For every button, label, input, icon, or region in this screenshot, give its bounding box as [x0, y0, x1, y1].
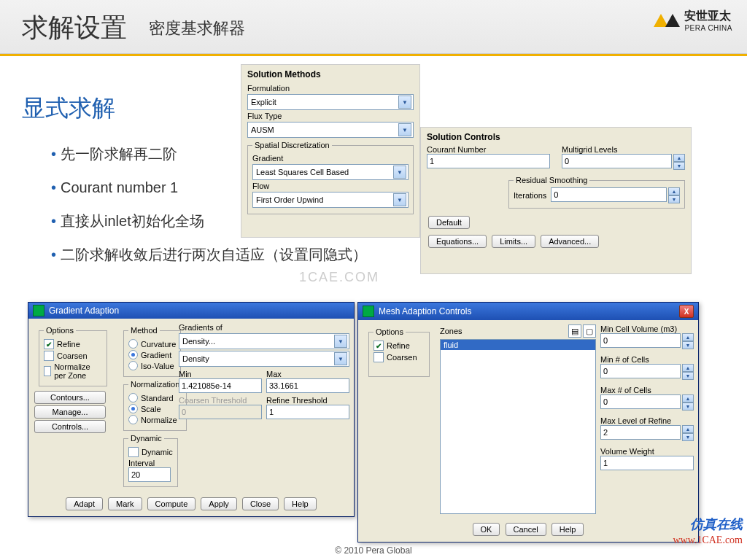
- volume-weight-input[interactable]: 1: [600, 456, 694, 470]
- page-subtitle: 密度基求解器: [149, 18, 245, 39]
- refine-threshold-input[interactable]: 1: [266, 405, 349, 419]
- manage-button[interactable]: Manage...: [34, 405, 106, 419]
- iso-value-radio[interactable]: Iso-Value: [128, 361, 176, 370]
- normalize-per-zone-checkbox[interactable]: Normalize per Zone: [44, 362, 102, 380]
- interval-input[interactable]: 20: [128, 467, 171, 482]
- coarsen-checkbox[interactable]: Coarsen: [374, 352, 425, 362]
- refine-checkbox[interactable]: ✔Refine: [44, 339, 102, 349]
- chevron-down-icon: ▼: [393, 166, 406, 179]
- panel-title: Solution Controls: [421, 128, 691, 145]
- max-label: Max: [266, 370, 282, 378]
- arrow-down-icon[interactable]: ▼: [682, 341, 694, 349]
- arrow-up-icon[interactable]: ▲: [682, 394, 694, 402]
- formulation-select[interactable]: Explicit▼: [247, 94, 414, 110]
- dynamic-group: Dynamic Dynamic Interval 20: [123, 434, 178, 487]
- courant-label: Courant Number: [427, 145, 486, 154]
- min-cells-stepper[interactable]: 0▲▼: [600, 364, 694, 380]
- watermark-right: 仿真在线 www.1CAE.com: [673, 516, 743, 547]
- arrow-up-icon[interactable]: ▲: [668, 187, 680, 195]
- default-button[interactable]: Default: [428, 216, 470, 229]
- cancel-button[interactable]: Cancel: [506, 523, 546, 536]
- residual-smoothing-legend: Residual Smoothing: [514, 176, 589, 184]
- app-icon: [33, 305, 44, 316]
- flux-type-select[interactable]: AUSM▼: [247, 122, 414, 138]
- max-level-refine-stepper[interactable]: 2▲▼: [600, 425, 694, 441]
- mark-button[interactable]: Mark: [108, 497, 142, 510]
- select-all-icon[interactable]: ▤: [568, 324, 581, 338]
- refine-checkbox[interactable]: ✔Refine: [374, 341, 425, 351]
- min-cell-volume-stepper[interactable]: 0▲▼: [600, 333, 694, 349]
- dialog-titlebar[interactable]: Gradient Adaption: [28, 303, 354, 319]
- gradients-of-select-2[interactable]: Density▼: [179, 351, 349, 367]
- copyright-footer: © 2010 Pera Global: [0, 545, 747, 556]
- iterations-stepper[interactable]: 0▲▼: [551, 187, 680, 203]
- options-group: Options ✔Refine Coarsen: [368, 327, 430, 377]
- chevron-down-icon: ▼: [393, 193, 406, 206]
- panel-title: Solution Methods: [241, 65, 419, 82]
- page-title: 求解设置: [22, 10, 127, 46]
- adapt-button[interactable]: Adapt: [66, 497, 103, 510]
- spatial-discretization-group: Spatial Discretization Gradient Least Sq…: [247, 141, 414, 214]
- refine-threshold-label: Refine Threshold: [266, 396, 328, 405]
- interval-label: Interval: [128, 459, 155, 467]
- gradient-radio[interactable]: Gradient: [128, 350, 176, 359]
- help-button[interactable]: Help: [284, 497, 317, 510]
- dynamic-checkbox[interactable]: Dynamic: [128, 447, 173, 457]
- arrow-down-icon[interactable]: ▼: [682, 402, 694, 411]
- arrow-down-icon[interactable]: ▼: [668, 195, 680, 203]
- flux-type-label: Flux Type: [247, 112, 414, 120]
- deselect-all-icon[interactable]: ▢: [583, 324, 596, 338]
- gradients-of-select-1[interactable]: Density...▼: [179, 333, 349, 349]
- dialog-title: Mesh Adaption Controls: [379, 306, 471, 316]
- close-button[interactable]: Close: [242, 497, 279, 510]
- gradient-label: Gradient: [252, 154, 409, 163]
- options-group: Options ✔Refine Coarsen Normalize per Zo…: [39, 326, 107, 386]
- limits-button[interactable]: Limits...: [492, 235, 535, 248]
- zones-listbox[interactable]: fluid: [440, 339, 596, 514]
- apply-button[interactable]: Apply: [201, 497, 237, 510]
- flow-select[interactable]: First Order Upwind▼: [252, 192, 409, 208]
- dialog-titlebar[interactable]: Mesh Adaption ControlsX: [358, 303, 698, 320]
- advanced-button[interactable]: Advanced...: [541, 235, 599, 248]
- arrow-up-icon[interactable]: ▲: [673, 154, 685, 162]
- arrow-down-icon[interactable]: ▼: [682, 433, 694, 441]
- compute-button[interactable]: Compute: [147, 497, 196, 510]
- scale-radio[interactable]: Scale: [128, 404, 182, 413]
- chevron-down-icon: ▼: [334, 335, 347, 348]
- solution-methods-panel: Solution Methods Formulation Explicit▼ F…: [241, 64, 420, 238]
- min-cells-label: Min # of Cells: [600, 355, 694, 364]
- multigrid-stepper[interactable]: 0▲▼: [562, 154, 685, 170]
- arrow-down-icon[interactable]: ▼: [682, 372, 694, 380]
- normalize-radio[interactable]: Normalize: [128, 415, 182, 424]
- courant-input[interactable]: 1: [427, 154, 550, 168]
- gradient-adaption-dialog: Gradient Adaption Options ✔Refine Coarse…: [28, 302, 355, 517]
- gradient-select[interactable]: Least Squares Cell Based▼: [252, 164, 409, 180]
- max-input[interactable]: 33.1661: [266, 378, 349, 393]
- normalization-group: Normalization Standard Scale Normalize: [123, 380, 187, 431]
- arrow-up-icon[interactable]: ▲: [682, 364, 694, 372]
- min-label: Min: [179, 370, 192, 378]
- contours-button[interactable]: Contours...: [34, 391, 106, 404]
- close-icon[interactable]: X: [679, 305, 694, 318]
- ok-button[interactable]: OK: [473, 523, 500, 536]
- max-cells-label: Max # of Cells: [600, 386, 694, 394]
- solution-controls-panel: Solution Controls Courant Number 1 Multi…: [420, 127, 692, 274]
- formulation-label: Formulation: [247, 84, 414, 93]
- max-cells-stepper[interactable]: 0▲▼: [600, 394, 694, 411]
- arrow-down-icon[interactable]: ▼: [673, 162, 685, 170]
- multigrid-label: Multigrid Levels: [562, 145, 617, 154]
- arrow-up-icon[interactable]: ▲: [682, 425, 694, 433]
- arrow-up-icon[interactable]: ▲: [682, 333, 694, 341]
- flow-label: Flow: [252, 182, 409, 190]
- iterations-label: Iterations: [514, 191, 546, 200]
- volume-weight-label: Volume Weight: [600, 447, 694, 456]
- equations-button[interactable]: Equations...: [428, 235, 487, 248]
- standard-radio[interactable]: Standard: [128, 393, 182, 402]
- coarsen-threshold-label: Coarsen Threshold: [179, 396, 247, 405]
- coarsen-checkbox[interactable]: Coarsen: [44, 351, 102, 361]
- controls-button[interactable]: Controls...: [34, 420, 106, 433]
- curvature-radio[interactable]: Curvature: [128, 339, 176, 349]
- help-button[interactable]: Help: [551, 523, 584, 536]
- min-input[interactable]: 1.421085e-14: [179, 378, 262, 393]
- zone-item[interactable]: fluid: [441, 340, 595, 350]
